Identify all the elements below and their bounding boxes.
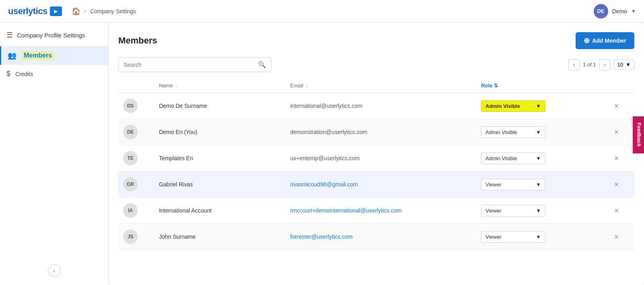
breadcrumb-separator: > <box>84 8 87 14</box>
chevron-down-icon[interactable]: ▼ <box>631 8 636 14</box>
member-role-cell[interactable]: Viewer ▼ <box>476 224 607 250</box>
table-row: IA International Account rmccourt+demoin… <box>118 198 634 224</box>
search-input[interactable] <box>124 62 258 68</box>
member-remove-cell[interactable]: ✕ <box>607 145 634 171</box>
remove-member-button[interactable]: ✕ <box>612 233 621 241</box>
sidebar: ☰ Company Profile Settings 👥 Members $ C… <box>0 23 109 285</box>
search-pagination-bar: 🔍 ‹ 1 of 1 › 10 ▼ <box>118 57 634 72</box>
role-dropdown[interactable]: Viewer ▼ <box>481 205 545 217</box>
role-label: Admin Visible <box>485 155 517 161</box>
sidebar-title: Company Profile Settings <box>17 32 85 39</box>
sidebar-item-members[interactable]: 👥 Members <box>0 46 108 65</box>
member-role-cell[interactable]: Viewer ▼ <box>476 171 607 198</box>
per-page-selector[interactable]: 10 ▼ <box>614 60 634 70</box>
chevron-down-icon: ▼ <box>536 129 541 135</box>
member-avatar-cell: IA <box>118 198 154 224</box>
col-header-email[interactable]: Email ↕ <box>285 78 476 93</box>
role-dropdown[interactable]: Admin Visible ▼ <box>481 153 545 164</box>
sidebar-header: ☰ Company Profile Settings <box>0 23 108 46</box>
member-email-cell: international@userlytics.com <box>285 93 476 119</box>
role-dropdown[interactable]: Viewer ▼ <box>481 231 545 243</box>
breadcrumb-company-settings[interactable]: Company Settings <box>90 8 136 14</box>
role-dropdown[interactable]: Admin Visible ▼ <box>481 100 545 112</box>
member-name-cell: John Surname <box>154 224 285 250</box>
top-navigation: userlytics 🏠 > Company Settings DE Demo … <box>0 0 644 23</box>
member-role-cell[interactable]: Admin Visible ▼ <box>476 119 607 145</box>
role-dropdown[interactable]: Viewer ▼ <box>481 179 545 190</box>
breadcrumb: 🏠 > Company Settings <box>72 7 594 16</box>
member-remove-cell[interactable]: ✕ <box>607 93 634 119</box>
menu-icon[interactable]: ☰ <box>6 31 13 39</box>
page-title: Members <box>118 35 157 46</box>
sidebar-item-label: Members <box>21 51 54 60</box>
role-dropdown[interactable]: Admin Visible ▼ <box>481 126 545 138</box>
plus-icon: ⊕ <box>584 36 590 45</box>
remove-member-button[interactable]: ✕ <box>612 181 621 188</box>
member-remove-cell[interactable]: ✕ <box>607 224 634 250</box>
pagination-info: 1 of 1 <box>583 62 596 68</box>
role-label: Admin Visible <box>485 103 520 109</box>
home-icon[interactable]: 🏠 <box>72 7 80 16</box>
member-name: Demo De Surname <box>159 103 207 109</box>
member-remove-cell[interactable]: ✕ <box>607 171 634 198</box>
role-label: Viewer <box>485 234 502 240</box>
logo-icon <box>50 6 62 16</box>
chevron-down-icon: ▼ <box>536 182 541 188</box>
chevron-down-icon: ▼ <box>536 208 541 214</box>
col-header-role[interactable]: Role ⇅ <box>476 78 607 93</box>
chevron-down-icon: ▼ <box>536 234 541 240</box>
table-row: TE Templates En ux+entemp@userlytics.com… <box>118 145 634 171</box>
sort-email-icon[interactable]: ↕ <box>306 84 308 88</box>
member-email-cell: demonstration@userlytics.com <box>285 119 476 145</box>
sidebar-collapse-button[interactable]: ‹ <box>48 264 61 277</box>
member-role-cell[interactable]: Viewer ▼ <box>476 198 607 224</box>
member-email-cell: rivasmicoud96@gmail.com <box>285 171 476 198</box>
member-email: rivasmicoud96@gmail.com <box>290 181 358 188</box>
sidebar-item-credits[interactable]: $ Credits <box>0 65 108 83</box>
remove-member-button[interactable]: ✕ <box>612 102 621 110</box>
role-label: Viewer <box>485 208 502 214</box>
member-email-cell: forrester@userlytics.com <box>285 224 476 250</box>
search-box[interactable]: 🔍 <box>118 57 271 72</box>
chevron-down-icon: ▼ <box>536 155 541 161</box>
remove-member-button[interactable]: ✕ <box>612 155 621 162</box>
remove-member-button[interactable]: ✕ <box>612 128 621 136</box>
credits-icon: $ <box>6 70 10 78</box>
member-email: ux+entemp@userlytics.com <box>290 155 360 161</box>
user-name: Demo <box>612 8 627 14</box>
role-label: Viewer <box>485 182 502 188</box>
member-email: rmccourt+demointernational@userlytics.co… <box>290 207 402 214</box>
avatar: GR <box>123 177 138 192</box>
feedback-tab[interactable]: Feedback <box>633 116 644 153</box>
member-name: Gabriel Rivas <box>159 181 193 188</box>
avatar: DE <box>123 125 138 139</box>
member-avatar-cell: GR <box>118 171 154 198</box>
member-role-cell[interactable]: Admin Visible ▼ <box>476 145 607 171</box>
table-row: DS Demo De Surname international@userlyt… <box>118 93 634 119</box>
member-name: John Surname <box>159 233 196 240</box>
next-page-button[interactable]: › <box>599 59 611 70</box>
avatar: DS <box>123 99 138 113</box>
sort-name-icon[interactable]: ↕ <box>176 84 178 88</box>
member-email-cell: ux+entemp@userlytics.com <box>285 145 476 171</box>
remove-member-button[interactable]: ✕ <box>612 207 621 215</box>
members-icon: 👥 <box>8 51 17 60</box>
collapse-icon: ‹ <box>53 268 55 274</box>
member-name-cell: Gabriel Rivas <box>154 171 285 198</box>
member-name-cell: Demo De Surname <box>154 93 285 119</box>
sidebar-item-label: Credits <box>15 71 33 77</box>
member-role-cell[interactable]: Admin Visible ▼ <box>476 93 607 119</box>
col-header-avatar <box>118 78 154 93</box>
add-member-button[interactable]: ⊕ Add Member <box>576 32 634 49</box>
member-remove-cell[interactable]: ✕ <box>607 119 634 145</box>
member-remove-cell[interactable]: ✕ <box>607 198 634 224</box>
member-name-cell: International Account <box>154 198 285 224</box>
col-header-name[interactable]: Name ↕ <box>154 78 285 93</box>
member-email: demonstration@userlytics.com <box>290 129 367 135</box>
avatar: DE <box>594 4 608 19</box>
prev-page-button[interactable]: ‹ <box>568 59 580 70</box>
table-row: GR Gabriel Rivas rivasmicoud96@gmail.com… <box>118 171 634 198</box>
avatar: TE <box>123 151 138 165</box>
member-name-cell: Demo En (You) <box>154 119 285 145</box>
logo[interactable]: userlytics <box>8 6 62 17</box>
